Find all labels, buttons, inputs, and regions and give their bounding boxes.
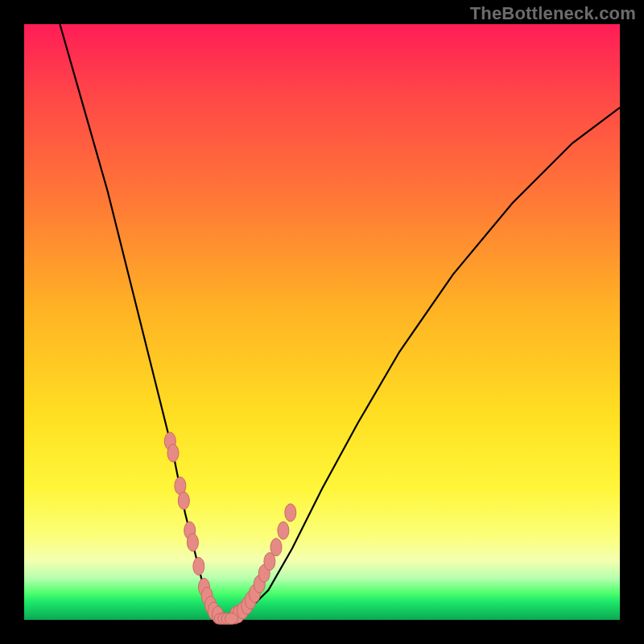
curve-layer bbox=[24, 24, 620, 620]
data-marker bbox=[278, 522, 289, 539]
watermark-text: TheBottleneck.com bbox=[470, 3, 636, 24]
bottleneck-curve bbox=[60, 24, 620, 620]
data-marker bbox=[270, 539, 282, 556]
marker-group bbox=[164, 432, 295, 625]
data-marker bbox=[178, 492, 189, 510]
data-marker bbox=[225, 613, 238, 625]
data-marker bbox=[167, 444, 179, 462]
data-marker bbox=[285, 504, 296, 522]
data-marker bbox=[193, 557, 204, 575]
outer-frame: TheBottleneck.com bbox=[0, 0, 644, 644]
data-marker bbox=[187, 534, 198, 551]
plot-area bbox=[24, 24, 620, 620]
